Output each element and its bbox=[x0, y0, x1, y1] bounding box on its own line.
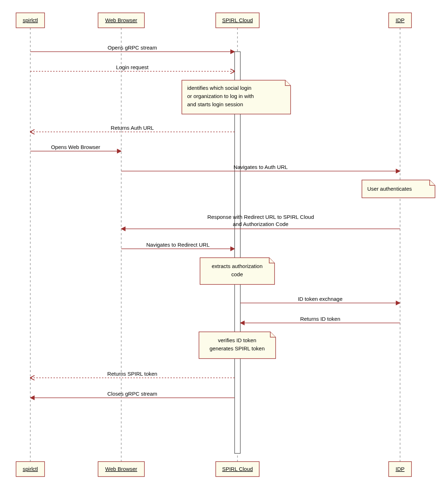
svg-text:SPIRL Cloud: SPIRL Cloud bbox=[222, 17, 253, 23]
svg-text:IDP: IDP bbox=[395, 17, 404, 23]
actor-idp: IDP bbox=[389, 13, 411, 28]
msg-returns-id-token: Returns ID token bbox=[300, 316, 341, 322]
actor-spirlctl: spirlctl bbox=[16, 13, 45, 28]
svg-text:Web Browser: Web Browser bbox=[105, 17, 137, 23]
msg-returns-spirl-token: Returns SPIRL token bbox=[107, 371, 157, 377]
actor-spirlctl-bottom: spirlctl bbox=[16, 462, 45, 477]
msg-response-redirect-a: Response with Redirect URL to SPIRL Clou… bbox=[207, 214, 314, 220]
svg-text:identifies which social login: identifies which social login bbox=[187, 85, 251, 91]
actor-web-browser-bottom: Web Browser bbox=[98, 462, 144, 477]
svg-text:and starts login session: and starts login session bbox=[187, 101, 243, 107]
msg-nav-auth-url: Navigates to Auth URL bbox=[234, 164, 288, 170]
msg-login-request: Login request bbox=[116, 64, 149, 70]
actor-spirl-cloud: SPIRL Cloud bbox=[216, 13, 259, 28]
sequence-diagram: spirlctl Web Browser SPIRL Cloud IDP Ope… bbox=[0, 0, 440, 504]
msg-opens-browser: Opens Web Browser bbox=[51, 144, 100, 150]
svg-text:or organization to log in with: or organization to log in with bbox=[187, 93, 254, 99]
svg-text:User authenticates: User authenticates bbox=[367, 186, 412, 192]
svg-text:verifies ID token: verifies ID token bbox=[218, 337, 256, 343]
svg-text:SPIRL Cloud: SPIRL Cloud bbox=[222, 466, 253, 472]
msg-opens-grpc: Opens gRPC stream bbox=[108, 45, 157, 51]
svg-text:generates SPIRL token: generates SPIRL token bbox=[210, 345, 265, 351]
actor-idp-bottom: IDP bbox=[389, 462, 411, 477]
msg-nav-redirect: Navigates to Redirect URL bbox=[146, 242, 210, 248]
svg-text:spirlctl: spirlctl bbox=[23, 466, 38, 472]
svg-text:spirlctl: spirlctl bbox=[23, 17, 38, 23]
svg-text:IDP: IDP bbox=[395, 466, 404, 472]
note-user-auth: User authenticates bbox=[362, 180, 435, 198]
note-verify-generate: verifies ID token generates SPIRL token bbox=[199, 332, 276, 359]
svg-text:extracts authorization: extracts authorization bbox=[212, 263, 263, 269]
msg-returns-auth-url: Returns Auth URL bbox=[111, 125, 154, 131]
note-login-session: identifies which social login or organiz… bbox=[182, 80, 291, 114]
actor-spirl-cloud-bottom: SPIRL Cloud bbox=[216, 462, 259, 477]
msg-response-redirect-b: and Authorization Code bbox=[233, 221, 288, 227]
note-extract-code: extracts authorization code bbox=[200, 258, 275, 284]
actor-web-browser: Web Browser bbox=[98, 13, 144, 28]
svg-text:Web Browser: Web Browser bbox=[105, 466, 137, 472]
msg-closes-grpc: Closes gRPC stream bbox=[107, 391, 157, 397]
msg-id-token-exchange: ID token exchnage bbox=[298, 296, 342, 302]
svg-text:code: code bbox=[231, 271, 243, 277]
